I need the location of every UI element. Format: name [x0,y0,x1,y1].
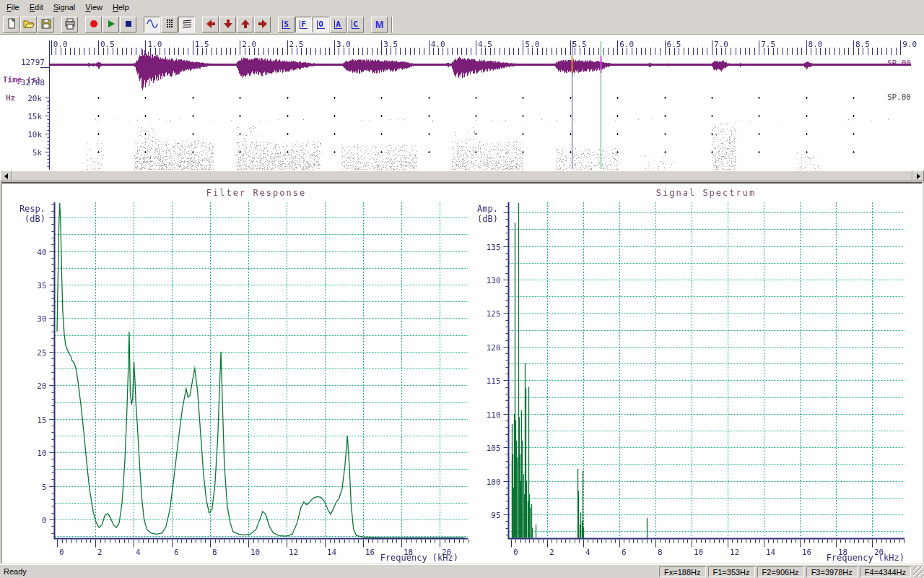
status-f2-field: F2=906Hz [757,566,804,577]
scrollbar-thumb[interactable] [12,171,912,181]
item-c-label: C [352,20,359,29]
item-a-label: A [334,20,342,29]
analysis-panel: Filter Response Signal Spectrum Resp. (d… [1,182,923,564]
vertical-stripes-icon [164,18,175,31]
open-file-button[interactable] [20,17,37,33]
record-icon [88,18,100,31]
waveform-view-button[interactable] [144,17,160,33]
item-o-button[interactable]: O [313,17,329,33]
print-button[interactable] [61,17,78,33]
signal-spectrum-title: Signal Spectrum [656,188,756,198]
move-up-button[interactable] [237,17,253,33]
horizontal-scrollbar[interactable] [0,171,924,181]
waveform-max-value: 12797 [12,58,45,67]
stop-button[interactable] [120,17,136,33]
amp-db-label: (dB) [468,214,498,224]
new-file-button[interactable] [3,17,19,33]
status-f4-field: F4=4344Hz [860,566,911,577]
filter-response-title: Filter Response [206,188,306,198]
menu-edit[interactable]: Edit [25,1,48,14]
waveform-item-label: SP.00 [881,59,911,68]
status-bar: Ready Fx=188Hz F1=353Hz F2=906Hz F3=3978… [0,564,924,578]
measure-button[interactable]: M [371,17,388,33]
sine-wave-icon [147,18,158,31]
menu-file[interactable]: File [1,1,25,14]
scroll-left-icon [1,173,8,179]
open-folder-icon [23,18,35,31]
new-file-icon [6,18,17,31]
spectrogram-axis-label: Hz [6,93,15,103]
measure-m-label: M [375,19,384,30]
status-f1-field: F1=353Hz [708,566,755,577]
play-icon [105,18,117,31]
scroll-right-icon [917,173,923,179]
play-button[interactable] [103,17,119,33]
stop-icon [123,18,134,31]
arrow-right-icon [257,18,269,31]
status-f3-field: F3=3978Hz [806,566,858,577]
item-s-button[interactable]: S [278,17,295,33]
freq-axis-label-left: Frequency (kHz) [378,553,458,563]
status-fx-field: Fx=188Hz [659,566,705,577]
amp-axis-label: Amp. [468,204,498,214]
resp-db-label: (dB) [15,214,45,224]
waveform-min-value: -32768 [9,78,45,87]
arrow-down-icon [222,18,234,31]
charts-canvas [2,184,920,562]
resp-axis-label: Resp. [15,204,45,214]
arrow-up-icon [240,18,251,31]
spectrogram-item-label: SP.00 [881,92,911,102]
item-c-button[interactable]: C [347,17,364,33]
status-message: Ready [0,567,659,576]
move-right-button[interactable] [254,17,271,33]
signal-canvas[interactable] [0,35,924,171]
menu-bar: File Edit Signal View Help [0,0,924,15]
menu-signal[interactable]: Signal [48,1,81,14]
item-s-label: S [282,20,290,29]
printer-icon [64,18,76,31]
item-o-label: O [317,20,325,29]
save-floppy-icon [40,18,52,31]
scroll-right-button[interactable] [912,171,924,181]
horizontal-lines-icon [181,18,193,31]
item-a-button[interactable]: A [330,17,346,33]
menu-view[interactable]: View [80,1,108,14]
signal-display-area: Time (s) 12797 -32768 SP.00 Hz SP.00 [0,35,924,171]
record-button[interactable] [85,17,102,33]
spectrogram-view-button[interactable] [161,17,178,33]
resize-grip[interactable] [913,566,923,577]
app-window: File Edit Signal View Help [0,0,924,578]
annotation-view-button[interactable] [178,17,195,33]
move-left-button[interactable] [202,17,219,33]
save-file-button[interactable] [38,17,54,33]
toolbar: S F O A C M [0,15,924,35]
item-f-label: F [300,20,308,29]
scroll-left-button[interactable] [0,171,12,181]
item-f-button[interactable]: F [295,17,312,33]
toolbar-separator [391,17,393,33]
freq-axis-label-right: Frequency (kHz) [824,553,905,563]
arrow-left-icon [205,18,217,31]
move-down-button[interactable] [219,17,236,33]
menu-help[interactable]: Help [108,1,134,14]
